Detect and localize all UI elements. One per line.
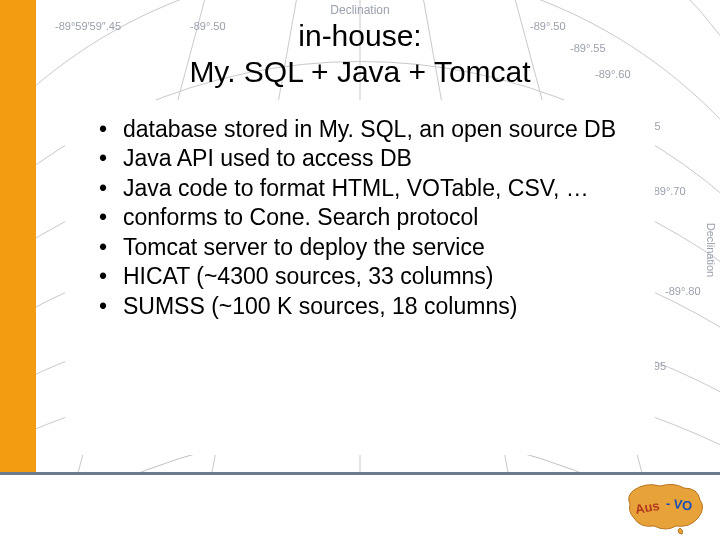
list-item: SUMSS (~100 K sources, 18 columns) <box>95 292 655 321</box>
slide-title: in-house: My. SQL + Java + Tomcat <box>0 18 720 90</box>
list-item: Java API used to access DB <box>95 144 655 173</box>
list-item: Java code to format HTML, VOTable, CSV, … <box>95 174 655 203</box>
list-item: database stored in My. SQL, an open sour… <box>95 115 655 144</box>
logo-dash: - <box>666 496 670 511</box>
list-item: Tomcat server to deploy the service <box>95 233 655 262</box>
list-item: conforms to Cone. Search protocol <box>95 203 655 232</box>
slide: Declination -89°59′59″.45 -89°.50 -89°.5… <box>0 0 720 540</box>
bg-label-8970: -89°.70 <box>650 185 686 197</box>
footer-background <box>0 475 720 540</box>
title-line-2: My. SQL + Java + Tomcat <box>0 54 720 90</box>
bg-label-right-vert: Declination <box>705 223 717 277</box>
footer-rule <box>0 472 720 475</box>
bullet-list: database stored in My. SQL, an open sour… <box>95 115 655 321</box>
logo-text-vo: VO <box>673 496 694 513</box>
title-line-1: in-house: <box>298 19 421 52</box>
ausvo-logo: Aus - VO <box>618 478 710 536</box>
bg-label-top-center: Declination <box>330 3 389 17</box>
list-item: HICAT (~4300 sources, 33 columns) <box>95 262 655 291</box>
bg-label-8980: -89°.80 <box>665 285 701 297</box>
